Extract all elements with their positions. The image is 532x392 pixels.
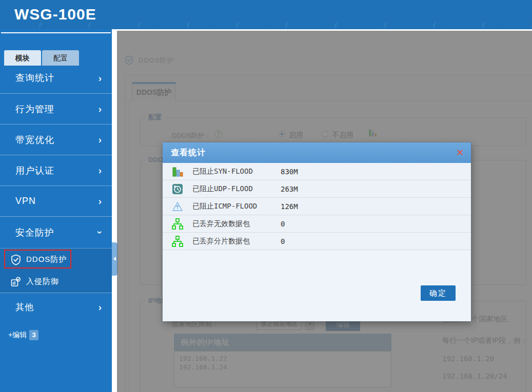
- stats-row: 已丢弃分片数据包 0: [163, 233, 471, 250]
- edit-row: +编辑 3: [8, 330, 112, 340]
- sidebar-item-other[interactable]: 其他 ›: [0, 293, 112, 321]
- dialog-title: 查看统计: [171, 148, 206, 158]
- view-stats-dialog: 查看统计 ✕ 已阻止SYN-FLOOD 830M 已: [163, 142, 471, 321]
- sidebar-item-user-auth[interactable]: 用户认证 ›: [0, 155, 112, 185]
- app-title: WSG-100E: [14, 6, 96, 23]
- sidebar-item-security[interactable]: 安全防护 ›: [0, 216, 112, 248]
- stats-row: 已阻止SYN-FLOOD 830M: [163, 163, 471, 180]
- bar-chart-icon: [172, 166, 183, 177]
- chevron-down-icon: ›: [95, 231, 105, 234]
- network-tree-icon: [172, 218, 183, 230]
- sidebar-item-ddos[interactable]: DDOS防护: [0, 249, 112, 271]
- sidebar: 模块 配置 查询统计 › 行为管理 › 带宽优化 › 用户认证 › VPN ›: [0, 29, 112, 392]
- history-clock-icon: [172, 183, 183, 195]
- security-submenu: DDOS防护 入侵防御: [0, 248, 112, 293]
- sidebar-item-intrusion[interactable]: 入侵防御: [0, 271, 112, 293]
- intrusion-badge-icon: [10, 276, 22, 287]
- stats-table: 已阻止SYN-FLOOD 830M 已阻止UDP-FLOOD 263M 已阻: [163, 163, 471, 250]
- sidebar-item-query-stats[interactable]: 查询统计 ›: [0, 63, 112, 93]
- sidebar-divider: [1, 32, 111, 33]
- chevron-right-icon: ›: [98, 104, 102, 114]
- dialog-titlebar: 查看统计 ✕: [163, 142, 471, 163]
- sidebar-nav: 查询统计 › 行为管理 › 带宽优化 › 用户认证 › VPN › 安全防护 ›: [0, 63, 112, 340]
- app-header: WSG-100E: [0, 0, 532, 29]
- edit-count-badge: 3: [29, 330, 38, 340]
- chevron-right-icon: ›: [98, 135, 102, 145]
- stats-row: 已丢弃无效数据包 0: [163, 215, 471, 233]
- stats-row: 已阻止ICMP-FLOOD 126M: [163, 198, 471, 215]
- shield-check-icon: [10, 254, 22, 265]
- sidebar-item-behavior[interactable]: 行为管理 ›: [0, 93, 112, 124]
- close-icon[interactable]: ✕: [456, 147, 464, 158]
- ok-button[interactable]: 确定: [421, 285, 456, 301]
- wsg-admin-page: WSG-100E 模块 配置 查询统计 › 行为管理 › 带宽优化 › 用户认证…: [0, 0, 532, 392]
- sidebar-item-vpn[interactable]: VPN ›: [0, 185, 112, 216]
- chevron-right-icon: ›: [98, 166, 102, 175]
- sidebar-item-bandwidth[interactable]: 带宽优化 ›: [0, 124, 112, 155]
- network-tree-icon: [172, 236, 183, 247]
- edit-menu-button[interactable]: +编辑: [8, 331, 27, 340]
- chevron-right-icon: ›: [98, 196, 102, 206]
- chevron-right-icon: ›: [98, 73, 102, 83]
- stats-row: 已阻止UDP-FLOOD 263M: [163, 180, 471, 198]
- collapse-left-icon: [113, 257, 116, 261]
- warning-triangle-icon: [172, 201, 183, 212]
- sidebar-gutter: [112, 29, 117, 392]
- chevron-right-icon: ›: [98, 302, 102, 312]
